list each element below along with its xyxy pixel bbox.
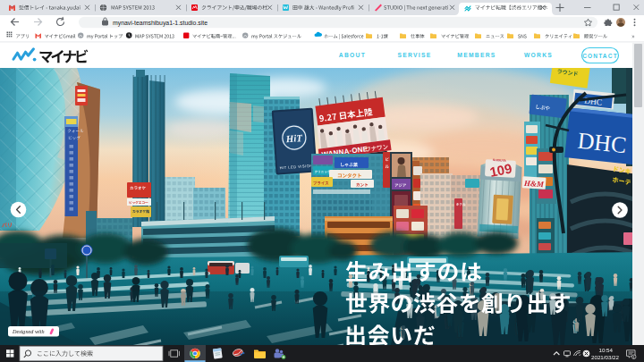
svg-text:ABOUT: ABOUT — [339, 52, 366, 58]
svg-text:SERVISE: SERVISE — [398, 52, 432, 58]
svg-text:Designed with: Designed with — [12, 328, 45, 334]
svg-text:WORKS: WORKS — [524, 52, 553, 58]
svg-text:DHC: DHC — [576, 128, 628, 159]
svg-text:SHIBUYA: SHIBUYA — [493, 158, 507, 163]
svg-text:1: 1 — [633, 355, 635, 359]
svg-text:MEMBERS: MEMBERS — [457, 52, 496, 58]
svg-text:H&M: H&M — [523, 179, 546, 189]
svg-text:2021/03/22: 2021/03/22 — [591, 354, 620, 360]
svg-text:mynavi-teamshibuya1-1.studio.s: mynavi-teamshibuya1-1.studio.site — [113, 20, 208, 27]
svg-text:HiT: HiT — [284, 132, 303, 144]
svg-text:CONTACT: CONTACT — [582, 53, 618, 59]
svg-text:10:54: 10:54 — [599, 347, 614, 353]
